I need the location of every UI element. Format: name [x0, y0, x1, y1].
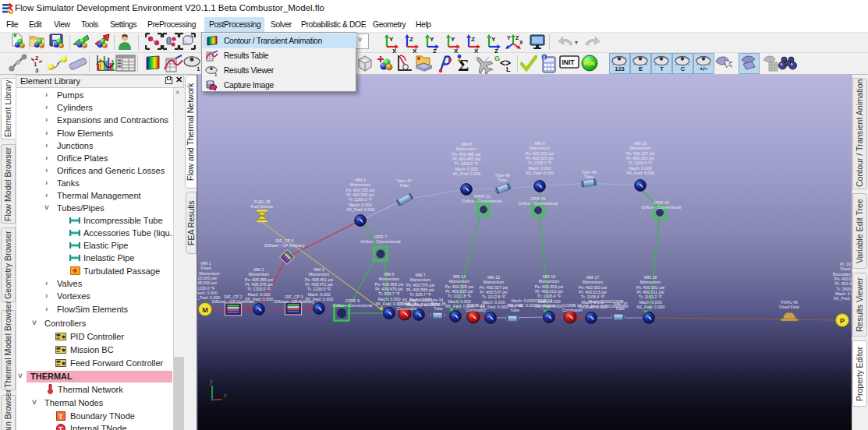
svg-text:i: i	[544, 55, 545, 60]
svg-text:MM 18MomentumPs: 400.001 psiPt: MM 18MomentumPs: 400.001 psiPt: 400.011 …	[636, 275, 665, 309]
svg-text:P: P	[840, 317, 845, 325]
svg-text:3: 3	[35, 67, 39, 72]
svg-text:1: 1	[214, 72, 218, 76]
svg-text:MM 3MomentumPs: 408.461 psiPt:: MM 3MomentumPs: 408.461 psiPt: 408.471 p…	[305, 267, 334, 301]
svg-text:Z: Z	[494, 48, 498, 53]
svg-text:XK_Fwd: 0.000Tube 34TubeXK_Fwd: XK_Fwd: 0.000Tube 34TubeXK_Fwd: 0.000	[402, 298, 444, 307]
svg-text:MM 9MomentumPs: 400.315 psiPt:: MM 9MomentumPs: 400.315 psiPt: 400.325 p…	[526, 141, 554, 175]
svg-text:1: 1	[197, 65, 200, 72]
svg-text:X: X	[454, 48, 459, 53]
svg-text:G: G	[494, 55, 500, 62]
svg-text:M: M	[202, 306, 208, 314]
svg-text:RUN: RUN	[584, 61, 595, 66]
svg-text:T: T	[58, 425, 63, 430]
svg-text:X: X	[474, 48, 479, 53]
svg-text:Y: Y	[507, 35, 511, 41]
svg-text:Mach: 0.000COMB 13XK_Fwd: 0.00: Mach: 0.000COMB 13XK_Fwd: 0.000Combustor	[508, 298, 556, 308]
svg-text:T: T	[58, 413, 63, 421]
svg-text:COMB 13Combustor: COMB 13Combustor	[466, 303, 486, 312]
svg-text:Z: Z	[409, 36, 413, 43]
svg-text:X: X	[392, 48, 397, 53]
svg-text:X: X	[519, 40, 523, 45]
svg-text:MM 4MomentumPs: 400.535 psiPt:: MM 4MomentumPs: 400.535 psiPt: 400.545 p…	[346, 178, 375, 212]
svg-text:INIT: INIT	[562, 58, 575, 66]
svg-text:MM 10MomentumPs: 400.157 psiPt: MM 10MomentumPs: 400.157 psiPt: 400.162 …	[626, 141, 655, 175]
svg-text:X: X	[413, 48, 417, 53]
svg-text:MM 8MomentumPs: 400.485 psiPt:: MM 8MomentumPs: 400.485 psiPt: 400.495 p…	[452, 142, 481, 176]
svg-text:Y: Y	[491, 36, 496, 43]
svg-text:Mach: 0.000COMBXK_Fwd: 0.00Com: Mach: 0.000COMBXK_Fwd: 0.00Combustor	[583, 299, 629, 308]
svg-text:MM 2MomentumPs: 408.355 psiPt:: MM 2MomentumPs: 408.355 psiPt: 408.375 p…	[245, 267, 274, 301]
svg-text:x: x	[224, 393, 227, 398]
svg-text:Y: Y	[389, 36, 394, 43]
svg-text:y: y	[210, 379, 213, 385]
svg-text:Z: Z	[433, 48, 437, 53]
svg-text:Y: Y	[451, 36, 455, 43]
svg-text:Z: Z	[471, 36, 475, 43]
svg-text:Y: Y	[430, 36, 434, 43]
svg-text:COMB 14Combustor: COMB 14Combustor	[562, 303, 583, 312]
svg-text:FUEL 28Fuel Source: FUEL 28Fuel Source	[251, 199, 274, 209]
svg-text:L: L	[506, 65, 511, 72]
svg-text:FIXFL 43Fixed Flow: FIXFL 43Fixed Flow	[779, 300, 799, 309]
